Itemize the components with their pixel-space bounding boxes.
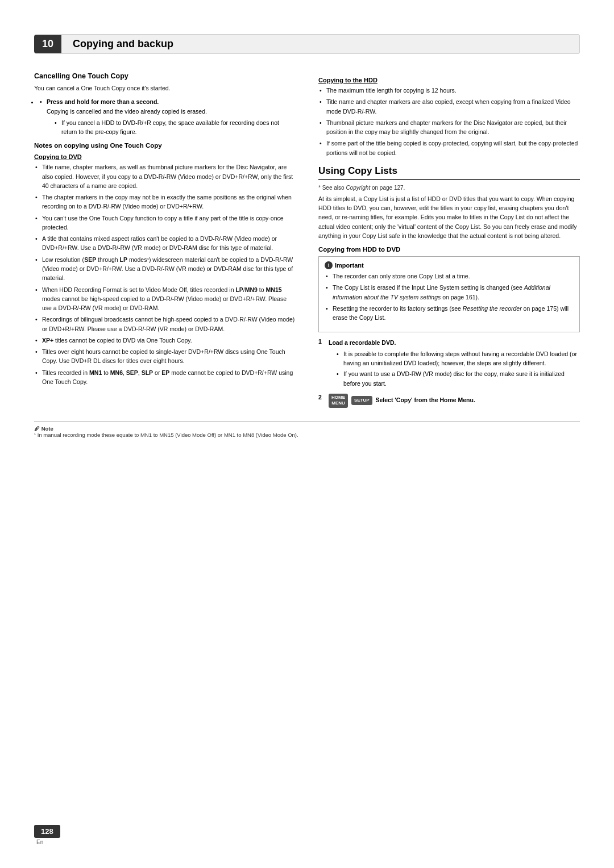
press-hold-label: Press and hold for more than a second. — [47, 98, 159, 105]
press-hold-sub: If you cancel a HDD to DVD-R/+R copy, th… — [55, 118, 296, 137]
step-1-sub-0: It is possible to complete the following… — [337, 349, 580, 368]
note-label: 🖊 Note — [34, 425, 53, 432]
using-copy-lists-section: Using Copy Lists * See also Copyright on… — [318, 165, 580, 240]
hdd-bullet-2: Thumbnail picture markers and chapter ma… — [318, 118, 580, 137]
cancelling-section: Cancelling One Touch Copy You can cancel… — [34, 72, 296, 136]
page-footer: 128 En — [34, 825, 580, 845]
dvd-bullet-0: Title name, chapter markers, as well as … — [34, 162, 296, 190]
dvd-bullet-5: When HDD Recording Format is set to Vide… — [34, 285, 296, 313]
copying-to-dvd-heading: Copying to DVD — [34, 153, 296, 160]
important-bullet-2: Resetting the recorder to its factory se… — [325, 304, 574, 323]
copying-to-hdd-list: The maximum title length for copying is … — [318, 86, 580, 157]
important-icon: ! — [325, 261, 333, 269]
press-hold-desc: Copying is cancelled and the video alrea… — [47, 108, 207, 115]
copying-hdd-to-dvd-section: Copying from HDD to DVD ! Important The … — [318, 246, 580, 407]
dvd-bullet-2: You can't use the One Touch Copy functio… — [34, 214, 296, 232]
step-2-content: HOMEMENU SETUP Select 'Copy' from the Ho… — [329, 394, 580, 408]
note-text: ¹ In manual recording mode these equate … — [34, 432, 298, 438]
cancelling-body: You can cancel a One Touch Copy once it'… — [34, 84, 296, 93]
dvd-bullet-8: Titles over eight hours cannot be copied… — [34, 347, 296, 366]
important-label: Important — [335, 262, 364, 269]
press-hold-sub-item: If you cancel a HDD to DVD-R/+R copy, th… — [55, 118, 296, 137]
step-2-num: 2 — [318, 394, 325, 400]
dvd-bullet-3: A title that contains mixed aspect ratio… — [34, 234, 296, 253]
press-hold-item: Press and hold for more than a second. C… — [39, 97, 296, 136]
step-1-num: 1 — [318, 338, 325, 345]
page-number-group: 128 En — [34, 825, 60, 845]
hdd-bullet-1: Title name and chapter markers are also … — [318, 97, 580, 116]
step-1-label: Load a recordable DVD. — [329, 339, 396, 346]
important-box: ! Important The recorder can only store … — [318, 256, 580, 332]
see-also-text: * See also Copyright on page 127. — [318, 185, 580, 191]
important-heading: ! Important — [325, 261, 574, 269]
step-1-row: 1 Load a recordable DVD. It is possible … — [318, 338, 580, 390]
step-1-sub-1: If you want to use a DVD-RW (VR mode) di… — [337, 369, 580, 388]
copying-to-dvd-list: Title name, chapter markers, as well as … — [34, 162, 296, 386]
step-2-label: Select 'Copy' from the Home Menu. — [376, 397, 475, 403]
important-bullet-0: The recorder can only store one Copy Lis… — [325, 272, 574, 281]
dvd-bullet-9: Titles recorded in MN1 to MN6, SEP, SLP … — [34, 368, 296, 387]
page-lang: En — [36, 839, 60, 845]
chapter-number: 10 — [34, 35, 61, 53]
content-columns: Cancelling One Touch Copy You can cancel… — [34, 72, 580, 411]
dvd-bullet-4: Low resolution (SEP through LP modes¹) w… — [34, 255, 296, 283]
setup-button: SETUP — [351, 396, 372, 405]
copying-hdd-dvd-heading: Copying from HDD to DVD — [318, 246, 580, 253]
dvd-bullet-6: Recordings of bilingual broadcasts canno… — [34, 315, 296, 333]
hdd-bullet-3: If some part of the title being copied i… — [318, 139, 580, 157]
notes-section: Notes on copying using One Touch Copy Co… — [34, 142, 296, 386]
chapter-title: Copying and backup — [61, 34, 580, 54]
notes-heading: Notes on copying using One Touch Copy — [34, 142, 296, 149]
page: 10 Copying and backup Cancelling One Tou… — [0, 0, 614, 868]
press-hold-list: Press and hold for more than a second. C… — [39, 97, 296, 136]
left-column: Cancelling One Touch Copy You can cancel… — [34, 72, 296, 411]
home-menu-button: HOMEMENU — [329, 394, 348, 408]
copying-to-hdd-section: Copying to the HDD The maximum title len… — [318, 77, 580, 157]
step-1-sub: It is possible to complete the following… — [337, 349, 580, 388]
using-copy-lists-intro: At its simplest, a Copy List is just a l… — [318, 194, 580, 240]
dvd-bullet-7: XP+ titles cannot be copied to DVD via O… — [34, 336, 296, 345]
note-area: 🖊 Note ¹ In manual recording mode these … — [34, 422, 580, 438]
page-number-box: 128 — [34, 825, 60, 838]
right-column: Copying to the HDD The maximum title len… — [318, 72, 580, 411]
dvd-bullet-1: The chapter markers in the copy may not … — [34, 193, 296, 211]
copying-to-hdd-heading: Copying to the HDD — [318, 77, 580, 84]
step-2-row: 2 HOMEMENU SETUP Select 'Copy' from the … — [318, 394, 580, 408]
chapter-header: 10 Copying and backup — [34, 34, 580, 54]
important-bullet-1: The Copy List is erased if the Input Lin… — [325, 283, 574, 302]
hdd-bullet-0: The maximum title length for copying is … — [318, 86, 580, 95]
step-1-content: Load a recordable DVD. It is possible to… — [329, 338, 580, 390]
using-copy-lists-heading: Using Copy Lists — [318, 165, 580, 180]
cancelling-heading: Cancelling One Touch Copy — [34, 72, 296, 80]
important-list: The recorder can only store one Copy Lis… — [325, 272, 574, 322]
